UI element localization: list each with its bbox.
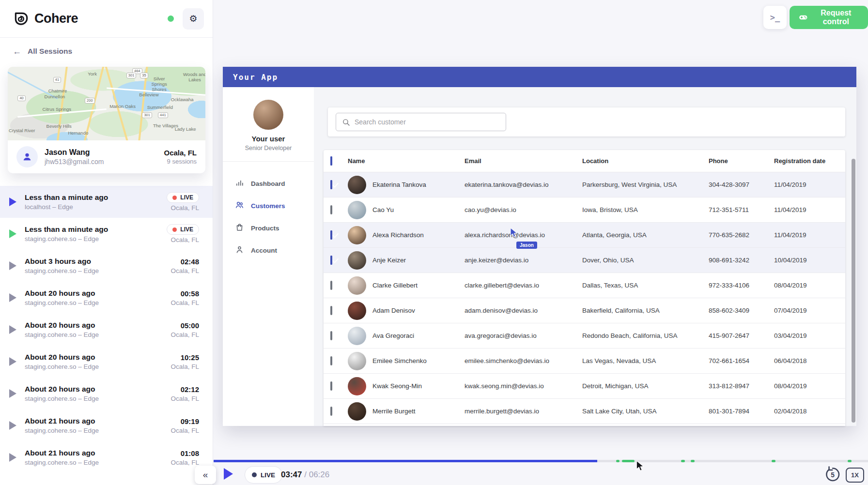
table-row[interactable]: Adam Denisovadam.denisov@devias.ioBakerf… (324, 298, 845, 323)
sidebar-header: Cohere ⚙︎ (0, 0, 213, 38)
nav-item-account[interactable]: Account (223, 239, 314, 261)
timeline-event-marker (772, 460, 775, 462)
back-to-all-sessions-link[interactable]: ← All Sessions (13, 47, 72, 56)
nav-item-label: Customers (251, 202, 285, 210)
replayed-app-nav: DashboardCustomersProductsAccount (223, 172, 314, 261)
row-checkbox[interactable] (330, 381, 332, 391)
location-map[interactable]: YorkSilver Springs ShoresWoods and Lakes… (8, 67, 205, 140)
session-item[interactable]: About 20 hours agostaging.cohere.so – Ed… (0, 314, 213, 346)
customer-phone: 304-428-3097 (709, 181, 774, 188)
profile-role: Senior Developer (223, 145, 314, 152)
row-checkbox[interactable] (330, 180, 332, 189)
session-location: Ocala, FL (170, 331, 199, 338)
table-row[interactable]: Anje Keizeranje.keizer@devias.ioDover, O… (324, 248, 845, 273)
session-location: Ocala, FL (170, 363, 199, 370)
session-time-ago: About 20 hours ago (25, 385, 162, 394)
table-row[interactable]: Ava Gregoraciava.gregoraci@devias.ioRedo… (324, 323, 845, 349)
table-row[interactable]: Merrile Burgettmerrile.burgett@devias.io… (324, 399, 845, 424)
row-checkbox[interactable] (330, 256, 332, 265)
request-control-label: Request control (813, 9, 859, 26)
row-checkbox-cell (330, 408, 348, 415)
table-row[interactable]: Alexa Richardsonalexa.richardson@devias.… (324, 223, 845, 248)
session-location: Ocala, FL (170, 204, 199, 212)
collapse-sidebar-button[interactable]: « (195, 466, 216, 484)
nav-item-customers[interactable]: Customers (223, 195, 314, 217)
live-dot-icon (172, 196, 177, 200)
table-row[interactable]: Ekaterina Tankovaekaterina.tankova@devia… (324, 172, 845, 197)
row-checkbox[interactable] (330, 356, 332, 365)
customer-phone: 770-635-2682 (709, 231, 774, 239)
request-control-button[interactable]: Request control (790, 6, 868, 29)
customer-registration-date: 11/04/2019 (774, 181, 845, 188)
customer-name: Emilee Simchenko (372, 357, 427, 364)
session-item[interactable]: Less than a minute agolocalhost – EdgeLI… (0, 186, 213, 218)
row-checkbox-cell (330, 382, 348, 390)
customer-phone: 972-333-4106 (709, 282, 774, 289)
customer-avatar (348, 276, 366, 295)
customer-avatar (348, 176, 366, 194)
table-row[interactable]: Emilee Simchenkoemilee.simchenko@devias.… (324, 349, 845, 374)
play-button[interactable] (224, 468, 236, 480)
table-row[interactable]: Kwak Seong-Minkwak.seong.min@devias.ioDe… (324, 374, 845, 399)
session-item[interactable]: About 20 hours agostaging.cohere.so – Ed… (0, 378, 213, 409)
visitor-card: YorkSilver Springs ShoresWoods and Lakes… (8, 67, 205, 173)
session-meta: LIVEOcala, FL (167, 192, 199, 212)
customer-avatar (348, 352, 366, 370)
customer-location: Dover, Ohio, USA (582, 257, 709, 264)
timeline-track[interactable] (214, 460, 868, 462)
settings-button[interactable]: ⚙︎ (183, 8, 204, 30)
rewind-5s-button[interactable]: 5 (823, 466, 842, 484)
customer-avatar (348, 201, 366, 219)
table-row[interactable]: Clarke Gillebertclarke.gillebert@devias.… (324, 273, 845, 298)
session-item[interactable]: Less than a minute agostaging.cohere.so … (0, 218, 213, 250)
nav-bag-icon (235, 223, 244, 233)
play-icon (9, 357, 16, 366)
customer-email: emilee.simchenko@devias.io (465, 357, 582, 364)
jump-to-live-button[interactable]: LIVE (245, 466, 282, 484)
row-checkbox[interactable] (330, 306, 332, 315)
live-dot-icon (252, 472, 257, 477)
search-box[interactable] (336, 113, 506, 131)
session-item[interactable]: About 3 hours agostaging.cohere.so – Edg… (0, 250, 213, 282)
customer-phone: 908-691-3242 (709, 257, 774, 264)
nav-item-dashboard[interactable]: Dashboard (223, 172, 314, 195)
map-place-label: Lady Lake (175, 126, 196, 132)
search-icon (342, 118, 350, 126)
map-place-label: Silver Springs Shores (145, 76, 173, 92)
column-header: Phone (709, 157, 774, 165)
search-customer-input[interactable] (355, 118, 500, 126)
row-checkbox[interactable] (330, 205, 332, 214)
session-duration: 00:58 (181, 289, 199, 298)
terminal-button[interactable]: >_ (763, 6, 787, 29)
select-all-checkbox[interactable] (330, 156, 332, 166)
session-item[interactable]: About 20 hours agostaging.cohere.so – Ed… (0, 346, 213, 378)
session-item[interactable]: About 20 hours agostaging.cohere.so – Ed… (0, 282, 213, 314)
customer-avatar (348, 251, 366, 270)
row-checkbox[interactable] (330, 331, 332, 340)
map-place-label: Ocklawaha (171, 97, 194, 102)
session-source: staging.cohere.so – Edge (25, 427, 162, 434)
session-time-ago: About 20 hours ago (25, 353, 162, 362)
window-scrollbar-thumb[interactable] (852, 159, 855, 423)
table-row[interactable]: Cao Yucao.yu@devias.ioIowa, Bristow, USA… (324, 197, 845, 223)
map-road (81, 67, 107, 140)
session-item[interactable]: About 21 hours agostaging.cohere.so – Ed… (0, 409, 213, 441)
header-checkbox-cell (330, 157, 348, 165)
customer-email: cao.yu@devias.io (465, 206, 582, 213)
timeline-progress (214, 460, 597, 462)
session-info: About 3 hours agostaging.cohere.so – Edg… (25, 257, 162, 274)
session-item[interactable]: About 21 hours agostaging.cohere.so – Ed… (0, 441, 213, 473)
playback-speed-button[interactable]: 1X (846, 468, 864, 483)
row-checkbox[interactable] (330, 230, 332, 240)
profile-avatar[interactable] (253, 100, 283, 130)
table-header-row: NameEmailLocationPhoneRegistration date (324, 150, 845, 172)
play-icon (9, 197, 16, 206)
nav-item-products[interactable]: Products (223, 217, 314, 239)
customer-email: alexa.richardson@devias.io (465, 231, 582, 239)
map-place-label: Chatmire (48, 88, 67, 93)
row-checkbox[interactable] (330, 281, 332, 290)
cohere-logo[interactable]: Cohere (13, 11, 78, 27)
session-meta: 02:12Ocala, FL (170, 385, 199, 402)
play-icon (9, 229, 16, 238)
row-checkbox[interactable] (330, 407, 332, 416)
